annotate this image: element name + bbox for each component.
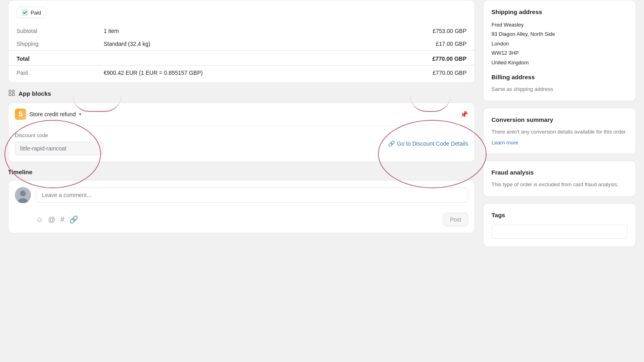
learn-more-link[interactable]: Learn more: [491, 140, 518, 146]
fraud-analysis-card: Fraud analysis This type of order is exc…: [483, 160, 636, 197]
shipping-postcode: WW12 3HP: [491, 48, 627, 58]
app-blocks-title: App blocks: [8, 89, 475, 98]
paid-currency: €900.42 EUR (1 EUR = 0.855157 GBP): [95, 66, 359, 83]
comment-input[interactable]: [36, 187, 468, 203]
shipping-amount: £17.00 GBP: [359, 37, 475, 51]
subtotal-label: Subtotal: [8, 25, 95, 37]
shipping-address-card: Shipping address Fred Weasley 93 Diagon …: [483, 0, 636, 101]
billing-address-title: Billing address: [491, 74, 627, 80]
discount-left: Discount code little-rapid-raincoat: [15, 132, 380, 155]
app-blocks-section: App blocks S Store credit refund ▾: [8, 89, 475, 162]
timeline-section: Timeline ☺ @: [8, 169, 475, 233]
grid-icon: [8, 89, 15, 97]
hashtag-icon[interactable]: #: [60, 216, 64, 224]
app-blocks-icon: [8, 89, 15, 98]
app-block-header: S Store credit refund ▾ 📌: [8, 103, 475, 126]
summary-table: Subtotal 1 item £753.00 GBP Shipping Sta…: [8, 25, 475, 82]
svg-rect-1: [9, 90, 11, 92]
subtotal-amount: £753.00 GBP: [359, 25, 475, 37]
conversion-summary-card: Conversion summary There aren't any conv…: [483, 108, 636, 154]
shipping-row: Shipping Standard (32.4 kg) £17.00 GBP: [8, 37, 475, 51]
svg-rect-2: [12, 90, 14, 92]
total-amount: £770.00 GBP: [359, 51, 475, 66]
total-row: Total £770.00 GBP: [8, 51, 475, 66]
tags-title: Tags: [491, 212, 627, 218]
shipping-label: Shipping: [8, 37, 95, 51]
attachment-icon[interactable]: 🔗: [69, 215, 78, 224]
post-button[interactable]: Post: [443, 213, 468, 226]
timeline-label: Timeline: [8, 169, 33, 175]
shipping-address1: 93 Diagon Alley, North Side: [491, 29, 627, 39]
paid-row-label: Paid: [8, 66, 95, 83]
subtotal-items: 1 item: [95, 25, 359, 37]
timeline-input-row: [8, 181, 475, 210]
payment-card: Paid Subtotal 1 item £753.00 GBP Shippin…: [8, 0, 475, 83]
paid-amount: £770.00 GBP: [359, 66, 475, 83]
avatar: [15, 187, 31, 203]
svg-rect-3: [9, 94, 11, 96]
tags-card: Tags: [483, 203, 636, 247]
timeline-actions: ☺ @ # 🔗 Post: [8, 210, 475, 233]
smiley-icon[interactable]: ☺: [36, 216, 43, 224]
subtotal-row: Subtotal 1 item £753.00 GBP: [8, 25, 475, 37]
timeline-title: Timeline: [8, 169, 475, 175]
link-icon: 🔗: [388, 140, 395, 147]
conversion-body: There aren't any conversion details avai…: [491, 128, 627, 136]
shipping-city: London: [491, 39, 627, 48]
total-label: Total: [8, 51, 95, 66]
paid-row: Paid €900.42 EUR (1 EUR = 0.855157 GBP) …: [8, 66, 475, 83]
svg-rect-4: [12, 94, 14, 96]
fraud-body: This type of order is excluded from card…: [491, 181, 627, 189]
app-block-title: S Store credit refund ▾: [15, 109, 81, 120]
timeline-card: ☺ @ # 🔗 Post: [8, 180, 475, 233]
sidebar: Shipping address Fred Weasley 93 Diagon …: [483, 0, 636, 354]
shipping-country: United Kingdom: [491, 58, 627, 67]
total-empty: [95, 51, 359, 66]
shipping-method: Standard (32.4 kg): [95, 37, 359, 51]
pin-icon[interactable]: 📌: [460, 111, 468, 118]
mention-icon[interactable]: @: [48, 216, 55, 224]
app-block-card: S Store credit refund ▾ 📌 Discount code …: [8, 103, 475, 162]
svg-point-6: [20, 191, 26, 196]
app-block-body: Discount code little-rapid-raincoat 🔗 Go…: [8, 126, 475, 162]
discount-code-label: Discount code: [15, 132, 380, 138]
paid-label: Paid: [31, 10, 41, 16]
shipping-address-content: Fred Weasley 93 Diagon Alley, North Side…: [491, 20, 627, 67]
chevron-down-icon[interactable]: ▾: [79, 111, 81, 117]
shipping-name: Fred Weasley: [491, 20, 627, 29]
goto-discount-link[interactable]: 🔗 Go to Discount Code Details: [388, 140, 468, 147]
app-icon: S: [15, 109, 26, 120]
discount-code-value: little-rapid-raincoat: [15, 142, 103, 155]
paid-badge: Paid: [17, 7, 46, 18]
goto-discount-label: Go to Discount Code Details: [397, 140, 468, 147]
fraud-title: Fraud analysis: [491, 169, 627, 176]
billing-same-as: Same as shipping address: [491, 85, 627, 93]
shipping-address-title: Shipping address: [491, 8, 627, 15]
avatar-image: [15, 187, 31, 203]
svg-rect-0: [22, 9, 28, 16]
tags-input[interactable]: [491, 225, 627, 239]
discount-right: 🔗 Go to Discount Code Details: [388, 132, 468, 147]
check-icon: [22, 9, 28, 16]
conversion-title: Conversion summary: [491, 116, 627, 123]
app-block-name: Store credit refund: [29, 111, 76, 117]
app-blocks-label: App blocks: [19, 90, 51, 97]
